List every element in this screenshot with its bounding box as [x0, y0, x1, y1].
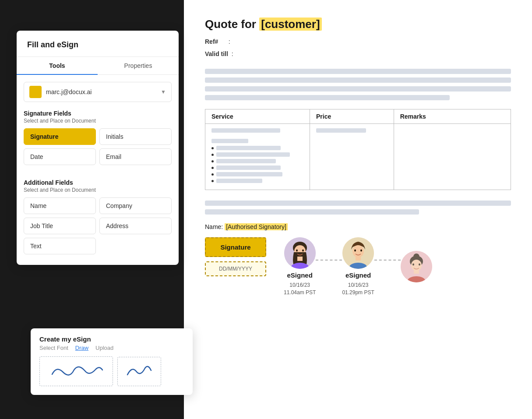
table-header-service: Service	[205, 109, 310, 124]
signature-button[interactable]: Signature	[205, 237, 266, 257]
tab-properties[interactable]: Properties	[98, 57, 179, 74]
user-selector[interactable]: marc.j@docux.ai ▼	[24, 82, 172, 102]
esign-signatures	[39, 356, 184, 386]
signature-row: Signature DD/MM/YYYY	[205, 237, 511, 296]
cell-placeholder	[216, 172, 282, 176]
ref-label: Ref# :	[205, 38, 230, 45]
initials-field-btn[interactable]: Initials	[99, 128, 172, 145]
svg-rect-17	[414, 270, 419, 274]
esigned-label-1: eSigned	[287, 271, 313, 279]
additional-fields-label: Additional Fields	[17, 171, 179, 187]
email-field-btn[interactable]: Email	[99, 148, 172, 165]
svg-point-5	[296, 250, 298, 252]
cell-placeholder	[211, 128, 280, 133]
svg-rect-9	[356, 257, 361, 261]
esigned-item-1: eSigned 10/16/2311.04am PST	[284, 237, 316, 296]
document-area: Quote for [customer] Ref# : Valid till :…	[184, 0, 532, 419]
cell-placeholder	[211, 139, 248, 143]
esigned-item-3	[401, 251, 432, 282]
signature-draw-box-2[interactable]	[117, 357, 161, 386]
name-field-btn[interactable]: Name	[24, 197, 96, 214]
esign-tab-upload[interactable]: Upload	[95, 345, 113, 351]
svg-point-12	[360, 250, 362, 252]
avatar-male	[342, 237, 374, 269]
svg-rect-3	[297, 257, 303, 261]
title-prefix: Quote for	[205, 18, 259, 31]
chevron-down-icon: ▼	[161, 89, 166, 95]
name-highlight: [Authorised Signatory]	[225, 223, 288, 230]
address-field-btn[interactable]: Address	[99, 218, 172, 234]
esign-tabs: Select Font Draw Upload	[39, 345, 184, 351]
bullet-item	[211, 179, 303, 183]
fill-and-esign-panel: Fill and eSign Tools Properties marc.j@d…	[17, 31, 179, 265]
svg-point-8	[352, 245, 364, 257]
panel-title: Fill and eSign	[17, 31, 179, 57]
valid-label: Valid till :	[205, 50, 233, 57]
table-header-price: Price	[310, 109, 394, 124]
table-cell-price	[310, 124, 394, 190]
bullet-item	[211, 165, 303, 170]
table-cell-remarks	[394, 124, 511, 190]
job-title-field-btn[interactable]: Job Title	[24, 218, 96, 234]
signature-fields-label: Signature Fields	[17, 102, 179, 118]
signature-field-btn[interactable]: Signature	[24, 128, 96, 145]
table-row	[205, 124, 511, 190]
table-header-remarks: Remarks	[394, 109, 511, 124]
document-bottom: Name: [Authorised Signatory] Signature D…	[205, 201, 511, 296]
user-email: marc.j@docux.ai	[46, 88, 161, 95]
placeholder-line	[205, 69, 511, 74]
svg-point-6	[302, 250, 304, 252]
placeholder-block-2	[205, 201, 511, 215]
dashed-connector-1	[316, 260, 342, 261]
cell-placeholder	[216, 152, 290, 157]
sig-left: Signature DD/MM/YYYY	[205, 237, 266, 276]
date-field-btn[interactable]: Date	[24, 148, 96, 165]
esigned-label-2: eSigned	[345, 271, 371, 279]
document-meta: Ref# : Valid till :	[205, 35, 511, 60]
cell-placeholder	[216, 159, 276, 163]
service-table: Service Price Remarks	[205, 109, 511, 190]
dashed-connector-2	[374, 260, 401, 261]
placeholder-line	[205, 77, 511, 83]
placeholder-block-1	[205, 69, 511, 100]
bullet-item	[211, 159, 303, 163]
table-cell-service	[205, 124, 310, 190]
esign-title: Create my eSign	[39, 335, 184, 343]
cell-placeholder	[216, 146, 281, 150]
svg-point-11	[354, 250, 356, 252]
title-highlight: [customer]	[259, 18, 321, 31]
text-field-btn[interactable]: Text	[24, 238, 96, 254]
esign-tab-font[interactable]: Select Font	[39, 345, 68, 351]
esigned-date-1: 10/16/2311.04am PST	[284, 282, 316, 296]
tab-tools[interactable]: Tools	[17, 57, 98, 74]
cell-placeholder	[216, 179, 262, 183]
avatar-female	[284, 237, 316, 269]
esigned-group: eSigned 10/16/2311.04am PST	[284, 237, 432, 296]
bullet-item	[211, 172, 303, 176]
signature-draw-box-1[interactable]	[39, 356, 113, 386]
date-field[interactable]: DD/MM/YYYY	[205, 261, 266, 276]
placeholder-line	[205, 209, 419, 215]
svg-point-20	[419, 264, 420, 266]
esigned-item-2: eSigned 10/16/2301.29pm PST	[342, 237, 374, 296]
company-field-btn[interactable]: Company	[99, 197, 172, 214]
svg-point-19	[412, 264, 414, 266]
cell-placeholder	[216, 165, 281, 170]
placeholder-line	[205, 201, 511, 206]
document-title: Quote for [customer]	[205, 18, 511, 31]
user-avatar-dot	[29, 86, 42, 98]
name-line: Name: [Authorised Signatory]	[205, 223, 511, 230]
name-prefix: Name:	[205, 223, 225, 230]
avatar-partial	[401, 251, 432, 282]
bullet-item	[211, 152, 303, 157]
additional-fields-sub: Select and Place on Document	[17, 187, 179, 197]
signature-fields-grid: Signature Initials Date Email	[17, 128, 179, 165]
tabs-row: Tools Properties	[17, 57, 179, 75]
svg-point-16	[413, 254, 419, 260]
esigned-date-2: 10/16/2301.29pm PST	[342, 282, 374, 296]
signature-fields-sub: Select and Place on Document	[17, 118, 179, 128]
placeholder-line	[205, 86, 511, 92]
esign-tab-draw[interactable]: Draw	[75, 345, 88, 351]
bullet-item	[211, 146, 303, 150]
create-esign-panel: Create my eSign Select Font Draw Upload	[31, 328, 193, 395]
